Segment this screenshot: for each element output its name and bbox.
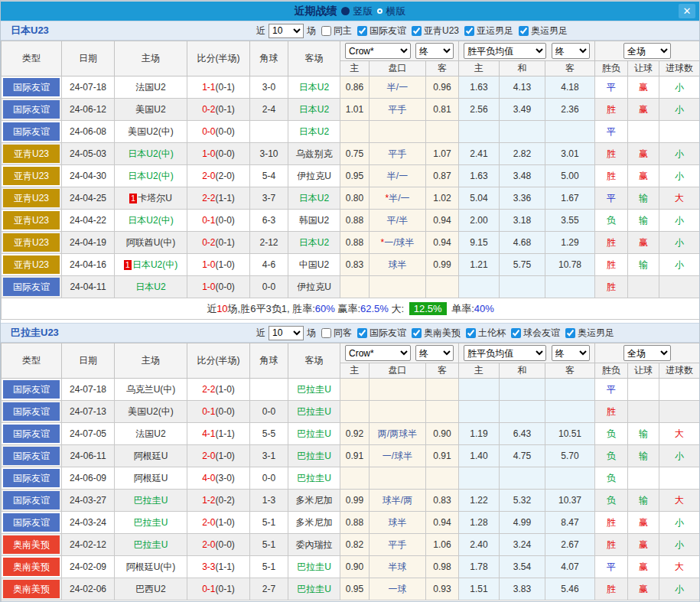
score-cell: 2-0(1-0)	[187, 512, 250, 534]
close-icon: ✕	[683, 5, 692, 17]
vertical-layout-label[interactable]: 竖版	[353, 5, 373, 18]
away-team-name: 委內瑞拉	[296, 539, 333, 550]
away-team-name: 伊拉克U	[297, 171, 331, 181]
same-venue-checkbox[interactable]	[321, 328, 331, 338]
handicap-result-cell: 赢	[628, 165, 659, 187]
handicap-name: 球半/两	[383, 495, 412, 506]
halftime-score: (1-1)	[216, 561, 235, 572]
avg-final-select[interactable]: 终	[552, 345, 590, 361]
odds-away-cell: 0.94	[426, 512, 459, 534]
home-team-cell: 阿根廷U	[115, 467, 187, 490]
crow-company-select[interactable]: Crow*	[345, 43, 411, 59]
league-filter-checkbox[interactable]	[466, 328, 476, 338]
avg-away-cell: 10.51	[545, 423, 595, 445]
match-row: 国际友谊24-03-24巴拉圭U2-0(1-0)5-1多米尼加0.88球半0.9…	[2, 512, 700, 534]
crow-company-select[interactable]: Crow*	[345, 345, 411, 361]
away-team-cell: 日本U2	[288, 187, 340, 210]
home-team-cell: 日本U2(中)	[115, 165, 187, 187]
avg-away-cell	[545, 121, 595, 143]
league-filter-checkbox[interactable]	[412, 328, 422, 338]
col-goals: 进球数	[659, 363, 700, 379]
odds-away-cell: 0.94	[426, 210, 459, 232]
goals-cell: 小	[659, 210, 700, 232]
goals-cell: 小	[659, 143, 700, 165]
away-team-cell: 巴拉圭U	[288, 578, 340, 600]
match-row: 国际友谊24-07-05法国U24-1(1-1)5-5巴拉圭U0.92两/两球半…	[2, 423, 700, 445]
handicap-cell: 平手	[370, 143, 426, 165]
odds-away-cell	[426, 379, 459, 401]
league-cell: 奥南美预	[2, 556, 62, 578]
league-filter-checkbox[interactable]	[357, 328, 367, 338]
handicap-cell: 平/半	[370, 210, 426, 232]
score-cell: 2-0(0-0)	[187, 534, 250, 556]
fulltime-select[interactable]: 全场	[623, 345, 671, 361]
goals-cell: 小	[659, 254, 700, 276]
match-row: 国际友谊24-07-18乌克兰U(中)2-2(1-0)巴拉圭U平	[2, 379, 700, 401]
filter-bar: 近10场同主国际友谊亚青U23亚运男足奥运男足	[255, 24, 569, 38]
result-cell: 负	[595, 467, 628, 490]
fulltime-select[interactable]: 全场	[623, 43, 671, 59]
league-filter-checkbox[interactable]	[565, 328, 575, 338]
home-team-name: 美国U2(中)	[128, 406, 173, 417]
away-team-name: 中国U2	[299, 259, 329, 270]
odds-final-select[interactable]: 终	[415, 43, 454, 59]
goals-cell: 大	[659, 423, 700, 445]
league-filter-checkbox[interactable]	[511, 328, 521, 338]
home-team-cell: 法国U2	[115, 76, 187, 99]
away-team-name: 巴拉圭U	[297, 473, 331, 483]
section-paraguay: 巴拉圭U23近10场同客国际友谊奥南美预土伦杯球会友谊奥运男足类型日期主场比分(…	[1, 323, 699, 602]
date-cell: 24-07-05	[62, 423, 115, 445]
wdl-average-select[interactable]: 胜平负均值	[464, 43, 546, 59]
league-filter-checkbox[interactable]	[357, 26, 367, 36]
close-button[interactable]: ✕	[679, 4, 695, 18]
away-team-name: 巴拉圭U	[297, 428, 331, 439]
odds-home-cell: 0.88	[340, 232, 370, 254]
col-odds-away: 客	[426, 61, 459, 76]
col-handicap: 盘口	[370, 363, 426, 379]
date-cell: 24-04-22	[62, 210, 115, 232]
league-filter-checkbox[interactable]	[464, 26, 474, 36]
home-team-name: 日本U2(中)	[132, 259, 177, 270]
horizontal-layout-radio-icon[interactable]	[377, 8, 383, 14]
home-team-name: 美国U2(中)	[128, 126, 173, 137]
handicap-cell: 两/两球半	[370, 423, 426, 445]
odds-home-cell: 0.88	[340, 210, 370, 232]
col-avg-draw: 和	[500, 61, 545, 76]
same-venue-label: 同客	[334, 327, 352, 340]
same-venue-checkbox[interactable]	[321, 26, 331, 36]
league-filter-checkbox[interactable]	[412, 26, 422, 36]
odds-final-select[interactable]: 终	[415, 345, 454, 361]
dialog-title: 近期战绩	[295, 5, 337, 18]
vertical-layout-radio-icon[interactable]	[341, 7, 350, 15]
match-row: 奥南美预24-02-09阿根廷U(中)3-3(1-1)5-1巴拉圭U0.90半球…	[2, 556, 700, 578]
col-home: 主场	[115, 41, 187, 76]
games-count-select[interactable]: 10	[269, 326, 304, 340]
score-cell: 1-1(0-1)	[187, 76, 250, 99]
near-label: 近	[256, 327, 265, 340]
home-team-name: 巴拉圭U	[134, 539, 168, 550]
horizontal-layout-label[interactable]: 横版	[386, 5, 406, 18]
home-team-cell: 日本U2(中)	[115, 143, 187, 165]
fulltime-score: 0-1	[202, 406, 215, 417]
league-filter-checkbox[interactable]	[519, 26, 529, 36]
avg-final-select[interactable]: 终	[552, 43, 590, 59]
league-cell: 亚青U23	[2, 143, 62, 165]
home-team-name: 巴拉圭U	[134, 495, 168, 506]
odds-home-cell: 0.95	[340, 578, 370, 600]
avg-draw-cell: 3.48	[500, 165, 545, 187]
odds-home-cell	[340, 121, 370, 143]
match-row: 亚青U2324-04-19阿联酋U(中)0-2(0-1)2-12日本U20.88…	[2, 232, 700, 254]
score-cell: 2-0(2-0)	[187, 165, 250, 187]
odds-away-cell: 0.83	[426, 490, 459, 512]
home-team-name: 卡塔尔U	[138, 193, 172, 203]
wdl-average-select[interactable]: 胜平负均值	[464, 345, 546, 361]
away-team-cell: 巴拉圭U	[288, 379, 340, 401]
league-filter-label: 国际友谊	[370, 327, 406, 340]
avg-home-cell: 2.40	[459, 534, 500, 556]
away-team-name: 巴拉圭U	[297, 406, 331, 417]
home-team-name: 乌克兰U(中)	[126, 384, 176, 395]
games-count-select[interactable]: 10	[269, 24, 304, 38]
result-cell: 胜	[595, 276, 628, 298]
avg-home-cell: 2.41	[459, 143, 500, 165]
avg-home-cell: 5.04	[459, 187, 500, 210]
